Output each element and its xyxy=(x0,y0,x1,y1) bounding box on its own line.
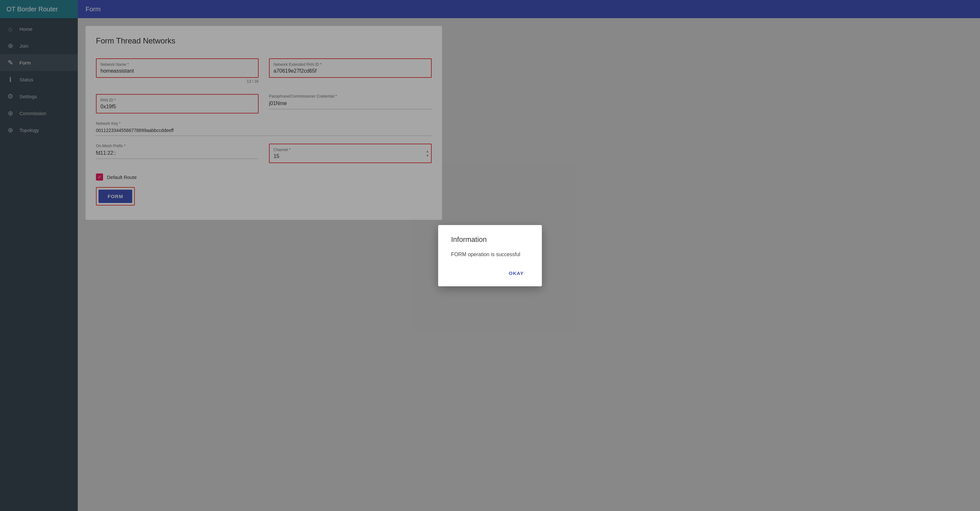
modal-message: FORM operation is successful xyxy=(451,252,529,258)
modal-overlay: Information FORM operation is successful… xyxy=(0,0,980,511)
modal-okay-button[interactable]: OKAY xyxy=(504,268,529,279)
modal-actions: OKAY xyxy=(451,268,529,279)
modal-dialog: Information FORM operation is successful… xyxy=(438,225,542,286)
modal-title: Information xyxy=(451,236,529,244)
